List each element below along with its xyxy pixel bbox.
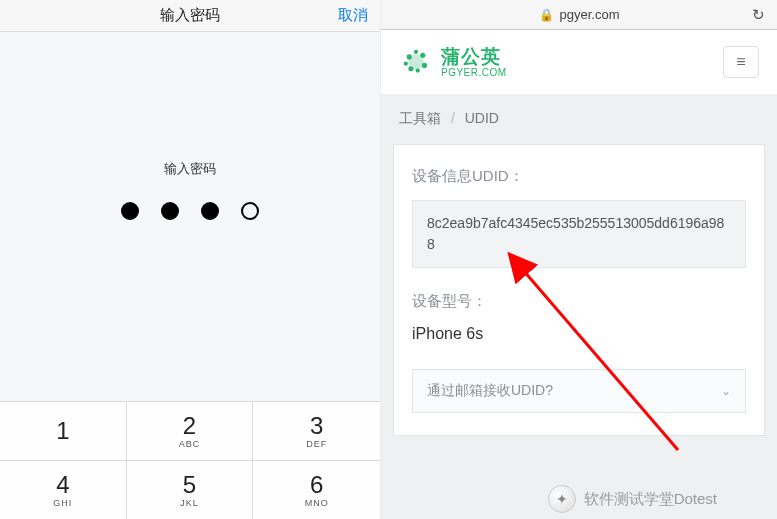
browser-screen: 🔒 pgyer.com ↻ 蒲公英 PGYER.COM ≡ [381,0,777,519]
key-2[interactable]: 2ABC [127,401,254,460]
passcode-dot [241,202,259,220]
passcode-prompt: 输入密码 [164,160,216,178]
passcode-dot [201,202,219,220]
svg-point-5 [416,68,420,72]
logo-en: PGYER.COM [441,68,507,78]
key-5[interactable]: 5JKL [127,460,254,519]
passcode-screen: 输入密码 取消 输入密码 1 2ABC 3DEF 4GHI 5JKL 6MNO [0,0,381,519]
pgyer-logo-text: 蒲公英 PGYER.COM [441,47,507,78]
model-value: iPhone 6s [412,325,746,343]
passcode-dot [161,202,179,220]
svg-point-6 [404,62,408,66]
key-3[interactable]: 3DEF [253,401,380,460]
breadcrumb: 工具箱 / UDID [381,94,777,144]
chevron-down-icon: ⌄ [721,384,731,398]
logo-cn: 蒲公英 [441,47,507,66]
passcode-body: 输入密码 [0,32,380,401]
breadcrumb-sep: / [451,110,455,126]
reload-icon[interactable]: ↻ [752,6,765,24]
key-6[interactable]: 6MNO [253,460,380,519]
svg-point-3 [422,63,427,68]
pgyer-logo-icon [399,45,433,79]
cancel-button[interactable]: 取消 [338,6,368,25]
udid-card: 设备信息UDID： 8c2ea9b7afc4345ec535b255513005… [393,144,765,436]
wechat-icon: ✦ [548,485,576,513]
breadcrumb-tools[interactable]: 工具箱 [399,110,441,126]
page-content: 工具箱 / UDID 设备信息UDID： 8c2ea9b7afc4345ec53… [381,94,777,519]
udid-value[interactable]: 8c2ea9b7afc4345ec535b255513005dd6196a988 [412,200,746,268]
watermark: ✦ 软件测试学堂Dotest [548,485,717,513]
key-4[interactable]: 4GHI [0,460,127,519]
watermark-text: 软件测试学堂Dotest [584,490,717,509]
email-udid-toggle[interactable]: 通过邮箱接收UDID? ⌄ [412,369,746,413]
svg-point-4 [408,66,413,71]
site-header: 蒲公英 PGYER.COM ≡ [381,30,777,94]
url-host: pgyer.com [560,7,620,22]
passcode-title: 输入密码 [0,6,380,25]
url-bar[interactable]: 🔒 pgyer.com ↻ [381,0,777,30]
keypad: 1 2ABC 3DEF 4GHI 5JKL 6MNO [0,401,380,519]
hamburger-icon: ≡ [736,53,745,71]
lock-icon: 🔒 [539,8,554,22]
passcode-header: 输入密码 取消 [0,0,380,32]
email-label: 通过邮箱接收UDID? [427,382,553,400]
svg-point-2 [420,53,425,58]
udid-label: 设备信息UDID： [412,167,746,186]
model-label: 设备型号： [412,292,746,311]
svg-point-7 [414,50,418,54]
svg-point-1 [407,54,412,59]
passcode-dot [121,202,139,220]
menu-button[interactable]: ≡ [723,46,759,78]
breadcrumb-udid: UDID [465,110,499,126]
key-1[interactable]: 1 [0,401,127,460]
passcode-dots [121,202,259,220]
